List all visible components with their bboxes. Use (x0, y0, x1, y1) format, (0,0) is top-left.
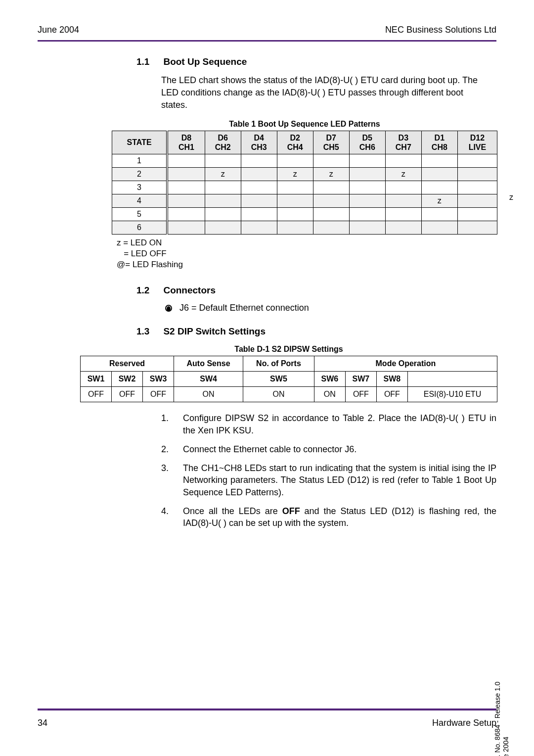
th-d7: D7CH5 (313, 131, 349, 154)
section-1-2-head: 1.2 Connectors (136, 285, 496, 296)
td-cell (167, 154, 205, 167)
td-cell (277, 181, 313, 194)
footer-title: Hardware Setup (432, 718, 496, 728)
td-state: 3 (112, 181, 168, 194)
section-number: 1.3 (136, 326, 149, 337)
td-cell (313, 181, 349, 194)
footer-rule (38, 709, 496, 710)
step-2: 2. Connect the Ethernet cable to connect… (161, 443, 496, 455)
td-cell (313, 221, 349, 234)
td-cell (277, 154, 313, 167)
td-state: 6 (112, 221, 168, 234)
td-cell (421, 167, 457, 181)
page-footer: 34 Hardware Setup (38, 718, 496, 728)
step-1: 1. Configure DIPSW S2 in accordance to T… (161, 412, 496, 436)
td-cell (277, 207, 313, 221)
setup-steps: 1. Configure DIPSW S2 in accordance to T… (161, 412, 496, 529)
th-sw6: SW6 (314, 372, 345, 387)
td-cell (457, 181, 497, 194)
th-reserved: Reserved (81, 356, 174, 372)
legend-off: = LED OFF (117, 248, 496, 259)
td-cell (241, 207, 277, 221)
connector-text: J6 = Default Ethernet connection (179, 303, 309, 313)
td-cell (205, 194, 241, 207)
section-number: 1.1 (136, 56, 149, 67)
td-cell (385, 207, 421, 221)
td-cell: z (421, 194, 457, 207)
td-cell (385, 221, 421, 234)
dip-switch-table: Reserved Auto Sense No. of Ports Mode Op… (80, 356, 497, 402)
step-1-text: Configure DIPSW S2 in accordance to Tabl… (183, 412, 496, 436)
td-sw3: OFF (143, 387, 174, 402)
th-d5: D5CH6 (349, 131, 385, 154)
section-title: Connectors (163, 285, 216, 296)
td-cell (205, 207, 241, 221)
th-sw2: SW2 (112, 372, 143, 387)
section-title: Boot Up Sequence (163, 56, 247, 67)
td-sw8: OFF (376, 387, 407, 402)
td-cell (167, 194, 205, 207)
section-1-1-body: The LED chart shows the status of the IA… (161, 74, 491, 112)
td-cell (205, 221, 241, 234)
td-cell (167, 181, 205, 194)
td-cell (277, 221, 313, 234)
header-company: NEC Business Solutions Ltd (385, 25, 496, 35)
td-cell (421, 207, 457, 221)
td-sw2: OFF (112, 387, 143, 402)
th-d3: D3CH7 (385, 131, 421, 154)
page-number: 34 (38, 718, 47, 728)
section-1-1-head: 1.1 Boot Up Sequence (136, 56, 496, 67)
step-4-text: Once all the LEDs are OFF and the Status… (183, 505, 496, 529)
td-cell (313, 194, 349, 207)
td-cell (385, 181, 421, 194)
td-cell (457, 221, 497, 234)
td-cell (349, 207, 385, 221)
td-cell (349, 167, 385, 181)
th-sw5: SW5 (243, 372, 314, 387)
td-cell (167, 167, 205, 181)
th-mode-blank (407, 372, 497, 387)
td-cell (385, 154, 421, 167)
td-cell (205, 154, 241, 167)
th-sw3: SW3 (143, 372, 174, 387)
connectors-bullet: J6 = Default Ethernet connection (165, 303, 496, 313)
td-cell (205, 181, 241, 194)
th-no-ports: No. of Ports (243, 356, 314, 372)
td-cell (167, 207, 205, 221)
td-cell (457, 207, 497, 221)
td-cell (241, 181, 277, 194)
table2-caption: Table D-1 S2 DIPSW Settings (80, 345, 497, 354)
td-state: 1 (112, 154, 168, 167)
td-mode: ESI(8)-U10 ETU (407, 387, 497, 402)
th-sw1: SW1 (81, 372, 112, 387)
th-d1: D1CH8 (421, 131, 457, 154)
td-cell (241, 154, 277, 167)
td-cell (277, 194, 313, 207)
td-sw6: ON (314, 387, 345, 402)
th-auto-sense: Auto Sense (174, 356, 243, 372)
th-mode-operation: Mode Operation (314, 356, 497, 372)
led-legend: z = LED ON = LED OFF @= LED Flashing (117, 237, 496, 270)
td-cell (421, 181, 457, 194)
th-d8: D8CH1 (167, 131, 205, 154)
th-state: STATE (112, 131, 168, 154)
td-cell: z (205, 167, 241, 181)
td-sw4: ON (174, 387, 243, 402)
header-date: June 2004 (38, 25, 79, 35)
legend-on: z = LED ON (117, 237, 496, 248)
boot-sequence-table: STATE D8CH1 D6CH2 D4CH3 D2CH4 D7CH5 D5CH… (112, 131, 497, 235)
td-state: 5 (112, 207, 168, 221)
td-cell: z (313, 167, 349, 181)
td-cell (241, 194, 277, 207)
th-d4: D4CH3 (241, 131, 277, 154)
table1-caption: Table 1 Boot Up Sequence LED Patterns (112, 120, 497, 129)
td-cell (167, 221, 205, 234)
th-sw4: SW4 (174, 372, 243, 387)
td-cell (349, 221, 385, 234)
th-sw8: SW8 (376, 372, 407, 387)
td-cell (313, 154, 349, 167)
section-1-3-head: 1.3 S2 DIP Switch Settings (136, 326, 496, 337)
td-state: 4 (112, 194, 168, 207)
step-2-text: Connect the Ethernet cable to connector … (183, 443, 356, 455)
td-cell: z (385, 167, 421, 181)
